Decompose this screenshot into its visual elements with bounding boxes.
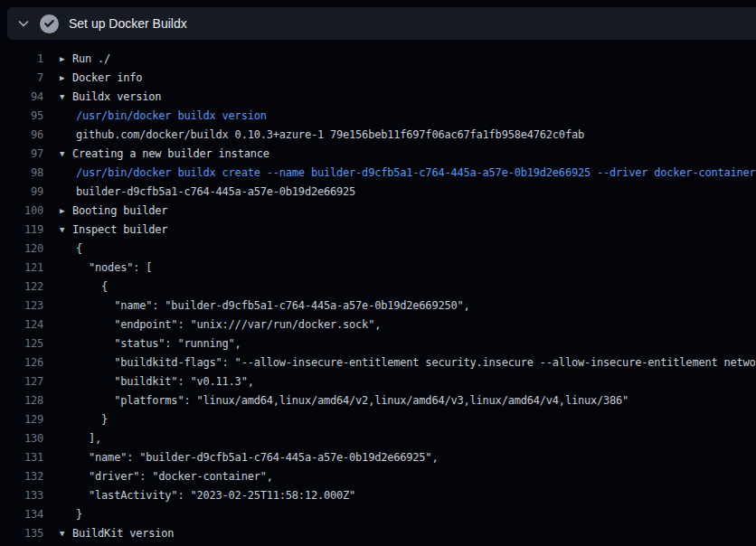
disclosure-triangle-icon[interactable]: ▼ [60, 88, 72, 107]
log-text: "buildkit": "v0.11.3", [60, 372, 254, 391]
log-group-label: Docker info [72, 71, 142, 84]
log-line: 133 "lastActivity": "2023-02-25T11:58:12… [0, 486, 756, 505]
line-number[interactable]: 96 [0, 126, 43, 145]
line-number[interactable]: 121 [0, 259, 43, 278]
line-number[interactable]: 134 [0, 505, 43, 524]
disclosure-triangle-icon[interactable]: ▼ [60, 524, 72, 543]
line-number[interactable]: 130 [0, 429, 43, 448]
line-number[interactable]: 98 [0, 164, 43, 183]
log-text: "buildkitd-flags": "--allow-insecure-ent… [60, 353, 756, 372]
line-number[interactable]: 135 [0, 524, 43, 543]
log-line: 120{ [0, 240, 756, 259]
line-number[interactable]: 124 [0, 315, 43, 334]
log-line: 128 "platforms": "linux/amd64,linux/amd6… [0, 391, 756, 410]
log-line: 97▼Creating a new builder instance [0, 145, 756, 164]
log-line: 94▼Buildx version [0, 88, 756, 107]
line-number[interactable]: 122 [0, 278, 43, 297]
log-line: 119▼Inspect builder [0, 221, 756, 240]
log-group-title[interactable]: ▶Docker info [60, 69, 142, 88]
log-group-label: Buildx version [72, 90, 161, 103]
log-group-title[interactable]: ▼Creating a new builder instance [60, 145, 269, 164]
line-number[interactable]: 100 [0, 202, 43, 221]
log-line: 100▶Booting builder [0, 202, 756, 221]
log-line: 96github.com/docker/buildx 0.10.3+azure-… [0, 126, 756, 145]
log-line: 1▶Run ./ [0, 50, 756, 69]
log-line: 123 "name": "builder-d9cfb5a1-c764-445a-… [0, 297, 756, 315]
line-number[interactable]: 97 [0, 145, 43, 164]
line-number[interactable]: 125 [0, 334, 43, 353]
line-number[interactable]: 120 [0, 240, 43, 259]
check-circle-icon [40, 14, 59, 33]
log-text: "name": "builder-d9cfb5a1-c764-445a-a57e… [60, 448, 438, 467]
log-line: 99builder-d9cfb5a1-c764-445a-a57e-0b19d2… [0, 183, 756, 202]
log-line: 7▶Docker info [0, 69, 756, 88]
log-line: 132 "driver": "docker-container", [0, 467, 756, 486]
log-text: ], [60, 429, 101, 448]
log-text: /usr/bin/docker buildx create --name bui… [60, 164, 756, 183]
log-group-title[interactable]: ▼Buildx version [60, 88, 161, 107]
disclosure-triangle-icon[interactable]: ▼ [60, 221, 72, 240]
log-text: "status": "running", [60, 334, 241, 353]
log-group-title[interactable]: ▶Run ./ [60, 50, 110, 69]
line-number[interactable]: 94 [0, 88, 43, 107]
log-line: 122 { [0, 278, 756, 297]
log-group-label: Run ./ [72, 52, 110, 65]
line-number[interactable]: 131 [0, 448, 43, 467]
log-text: } [60, 505, 82, 524]
log-line: 121 "nodes": [ [0, 259, 756, 278]
line-number[interactable]: 123 [0, 297, 43, 315]
log-text: "endpoint": "unix:///var/run/docker.sock… [60, 315, 381, 334]
line-number[interactable]: 128 [0, 391, 43, 410]
log-group-title[interactable]: ▶Booting builder [60, 202, 167, 221]
line-number[interactable]: 129 [0, 410, 43, 429]
step-title: Set up Docker Buildx [69, 7, 187, 40]
log-group-label: Creating a new builder instance [72, 147, 269, 160]
chevron-down-icon[interactable] [14, 14, 33, 33]
step-header[interactable]: Set up Docker Buildx [7, 7, 756, 40]
line-number[interactable]: 132 [0, 467, 43, 486]
log-line: 126 "buildkitd-flags": "--allow-insecure… [0, 353, 756, 372]
log-text: github.com/docker/buildx 0.10.3+azure-1 … [60, 126, 584, 145]
log-text: "name": "builder-d9cfb5a1-c764-445a-a57e… [60, 297, 470, 315]
log-text: "driver": "docker-container", [60, 467, 273, 486]
disclosure-triangle-icon[interactable]: ▶ [60, 69, 72, 88]
log-line: 95/usr/bin/docker buildx version [0, 107, 756, 126]
log-line: 130 ], [0, 429, 756, 448]
log-group-label: Inspect builder [72, 223, 167, 236]
log-group-label: BuildKit version [72, 527, 174, 540]
log-text: } [60, 410, 108, 429]
disclosure-triangle-icon[interactable]: ▶ [60, 50, 72, 69]
log-line: 135▼BuildKit version [0, 524, 756, 543]
line-number[interactable]: 1 [0, 50, 43, 69]
disclosure-triangle-icon[interactable]: ▶ [60, 202, 72, 221]
line-number[interactable]: 119 [0, 221, 43, 240]
log-area: 1▶Run ./7▶Docker info94▼Buildx version95… [0, 50, 756, 546]
log-text: "lastActivity": "2023-02-25T11:58:12.000… [60, 486, 355, 505]
log-line: 127 "buildkit": "v0.11.3", [0, 372, 756, 391]
log-group-title[interactable]: ▼Inspect builder [60, 221, 167, 240]
log-line: 134} [0, 505, 756, 524]
log-group-label: Booting builder [72, 204, 167, 217]
disclosure-triangle-icon[interactable]: ▼ [60, 145, 72, 164]
line-number[interactable]: 133 [0, 486, 43, 505]
log-line: 98/usr/bin/docker buildx create --name b… [0, 164, 756, 183]
log-text: /usr/bin/docker buildx version [60, 107, 267, 126]
log-line: 125 "status": "running", [0, 334, 756, 353]
line-number[interactable]: 126 [0, 353, 43, 372]
line-number[interactable]: 99 [0, 183, 43, 202]
line-number[interactable]: 7 [0, 69, 43, 88]
log-text: "platforms": "linux/amd64,linux/amd64/v2… [60, 391, 628, 410]
log-text: "nodes": [ [60, 259, 152, 278]
log-text: { [60, 278, 108, 297]
log-text: { [60, 240, 82, 259]
line-number[interactable]: 127 [0, 372, 43, 391]
log-text: builder-d9cfb5a1-c764-445a-a57e-0b19d2e6… [60, 183, 355, 202]
line-number[interactable]: 95 [0, 107, 43, 126]
log-group-title[interactable]: ▼BuildKit version [60, 524, 174, 543]
log-line: 124 "endpoint": "unix:///var/run/docker.… [0, 315, 756, 334]
log-line: 129 } [0, 410, 756, 429]
log-line: 131 "name": "builder-d9cfb5a1-c764-445a-… [0, 448, 756, 467]
